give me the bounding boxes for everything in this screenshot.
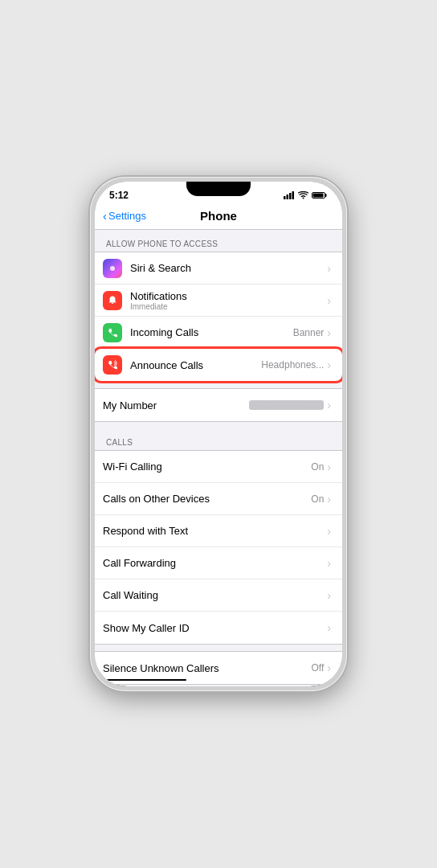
siri-chevron-icon: › bbox=[327, 262, 331, 275]
svg-rect-3 bbox=[292, 191, 295, 199]
calls-other-devices-chevron-icon: › bbox=[327, 493, 331, 506]
my-number-masked: ●●●●● ●●●●●●●● bbox=[249, 400, 324, 410]
respond-text-label: Respond with Text bbox=[103, 525, 327, 537]
back-label[interactable]: Settings bbox=[108, 210, 146, 222]
siri-label-container: Siri & Search bbox=[130, 262, 327, 274]
calls-other-devices-label: Calls on Other Devices bbox=[103, 493, 311, 505]
notifications-icon bbox=[103, 291, 122, 310]
section-header-allow: ALLOW PHONE TO ACCESS bbox=[95, 230, 342, 252]
signal-icon bbox=[284, 191, 295, 199]
announce-calls-value: Headphones... bbox=[261, 359, 324, 371]
section-header-calls: CALLS bbox=[95, 428, 342, 450]
incoming-calls-label: Incoming Calls bbox=[130, 326, 293, 338]
notifications-label-container: Notifications Immediate bbox=[130, 290, 327, 311]
my-number-group: My Number ●●●●● ●●●●●●●● › bbox=[95, 388, 342, 422]
announce-phone-icon bbox=[107, 359, 118, 371]
my-number-row[interactable]: My Number ●●●●● ●●●●●●●● › bbox=[95, 389, 342, 421]
notifications-sublabel: Immediate bbox=[130, 302, 327, 311]
page-title: Phone bbox=[200, 209, 237, 223]
wifi-calling-row[interactable]: Wi-Fi Calling On › bbox=[95, 451, 342, 483]
phone-icon bbox=[107, 327, 118, 338]
status-time: 5:12 bbox=[109, 190, 129, 201]
call-forwarding-row[interactable]: Call Forwarding › bbox=[95, 547, 342, 579]
siri-icon bbox=[103, 259, 122, 278]
nav-bar: ‹ Settings Phone bbox=[95, 204, 342, 230]
notifications-label: Notifications bbox=[130, 290, 327, 302]
silence-unknown-value: Off bbox=[312, 662, 325, 674]
show-caller-id-row[interactable]: Show My Caller ID › bbox=[95, 612, 342, 644]
wifi-calling-chevron-icon: › bbox=[327, 461, 331, 473]
battery-icon bbox=[312, 191, 328, 199]
call-waiting-row[interactable]: Call Waiting › bbox=[95, 579, 342, 612]
wifi-calling-label: Wi-Fi Calling bbox=[103, 461, 311, 473]
silence-unknown-group: Silence Unknown Callers Off › bbox=[95, 651, 342, 685]
show-caller-id-chevron-icon: › bbox=[327, 621, 331, 634]
wifi-calling-value: On bbox=[311, 461, 324, 473]
svg-rect-5 bbox=[325, 194, 327, 197]
bell-icon bbox=[107, 295, 118, 306]
respond-text-row[interactable]: Respond with Text › bbox=[95, 515, 342, 547]
wifi-icon bbox=[298, 191, 308, 199]
phone-device: 5:12 bbox=[90, 177, 347, 691]
svg-rect-2 bbox=[289, 193, 292, 199]
incoming-calls-row[interactable]: Incoming Calls Banner › bbox=[95, 317, 342, 349]
phone-screen: 5:12 bbox=[95, 182, 342, 686]
respond-text-chevron-icon: › bbox=[327, 525, 331, 538]
siri-svg bbox=[107, 263, 118, 274]
svg-rect-6 bbox=[313, 194, 324, 198]
status-bar: 5:12 bbox=[95, 182, 342, 204]
announce-calls-row[interactable]: Announce Calls Headphones... › bbox=[95, 349, 342, 381]
calls-group: Wi-Fi Calling On › Calls on Other Device… bbox=[95, 450, 342, 645]
settings-content: ALLOW PHONE TO ACCESS Siri & Search › bbox=[95, 230, 342, 686]
silence-unknown-label: Silence Unknown Callers bbox=[103, 662, 312, 674]
call-waiting-label: Call Waiting bbox=[103, 589, 327, 601]
my-number-label: My Number bbox=[103, 399, 249, 411]
back-button[interactable]: ‹ Settings bbox=[103, 209, 146, 223]
allow-access-group: Siri & Search › Notifica bbox=[95, 252, 342, 382]
incoming-calls-chevron-icon: › bbox=[327, 326, 331, 339]
svg-point-7 bbox=[110, 266, 115, 271]
incoming-calls-value: Banner bbox=[293, 327, 325, 338]
announce-calls-label-container: Announce Calls bbox=[130, 359, 261, 371]
calls-other-devices-row[interactable]: Calls on Other Devices On › bbox=[95, 483, 342, 515]
back-chevron-icon: ‹ bbox=[103, 209, 107, 223]
underline-decoration bbox=[106, 679, 186, 681]
announce-calls-icon bbox=[103, 355, 122, 375]
status-icons bbox=[284, 191, 328, 199]
notch bbox=[186, 182, 251, 196]
silence-unknown-row[interactable]: Silence Unknown Callers Off › bbox=[95, 652, 342, 684]
notifications-chevron-icon: › bbox=[327, 294, 331, 307]
calls-other-devices-value: On bbox=[311, 493, 324, 505]
call-waiting-chevron-icon: › bbox=[327, 589, 331, 602]
incoming-calls-icon bbox=[103, 323, 122, 342]
announce-calls-label: Announce Calls bbox=[130, 359, 261, 371]
announce-calls-chevron-icon: › bbox=[327, 358, 331, 371]
call-forwarding-chevron-icon: › bbox=[327, 557, 331, 570]
screen-content: 5:12 bbox=[95, 182, 342, 686]
my-number-chevron-icon: › bbox=[327, 399, 331, 411]
show-caller-id-label: Show My Caller ID bbox=[103, 622, 327, 634]
svg-rect-0 bbox=[284, 196, 286, 199]
siri-search-row[interactable]: Siri & Search › bbox=[95, 252, 342, 285]
call-forwarding-label: Call Forwarding bbox=[103, 557, 327, 569]
siri-label: Siri & Search bbox=[130, 262, 327, 274]
silence-unknown-chevron-icon: › bbox=[327, 661, 331, 674]
svg-rect-1 bbox=[287, 194, 289, 199]
incoming-calls-label-container: Incoming Calls bbox=[130, 326, 293, 338]
notifications-row[interactable]: Notifications Immediate › bbox=[95, 285, 342, 317]
